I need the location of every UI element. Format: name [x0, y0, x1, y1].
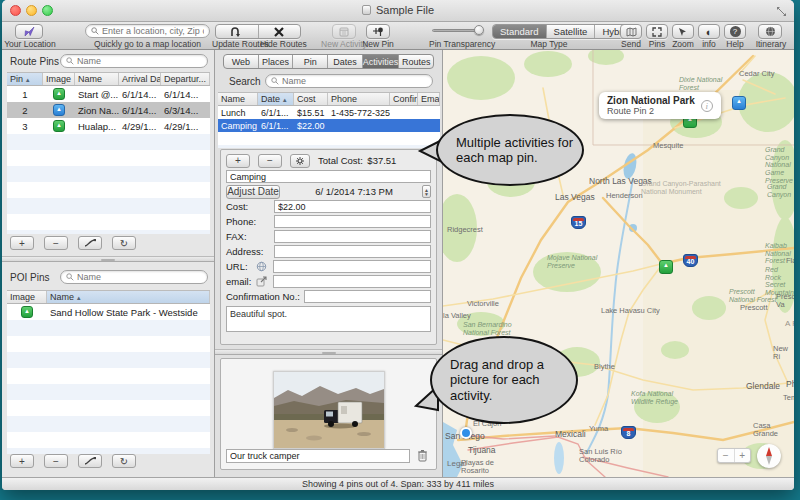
activities-search-input[interactable]	[282, 76, 427, 86]
picture-box[interactable]	[220, 358, 437, 470]
tab-pin[interactable]: Pin	[293, 55, 328, 68]
column-header-image[interactable]: Image	[43, 73, 75, 85]
new-activity-button[interactable]	[332, 24, 356, 39]
column-header-departur[interactable]: Departur...	[161, 73, 210, 85]
poi-remove-button[interactable]: −	[44, 454, 68, 468]
url-globe-icon[interactable]	[256, 261, 267, 272]
tab-dates[interactable]: Dates	[328, 55, 363, 68]
route-pins-table[interactable]: 1Start @...6/1/14...6/1/14...2Zion Na...…	[7, 86, 210, 234]
tab-routes[interactable]: Routes	[399, 55, 433, 68]
callout-subtitle: Route Pin 2	[607, 106, 695, 116]
map-type-standard[interactable]: Standard	[493, 25, 547, 38]
zoom-in-button[interactable]: +	[735, 449, 751, 462]
route-refresh-button[interactable]: ↻	[112, 236, 136, 250]
poi-pins-header[interactable]: ImageName ▲	[7, 290, 210, 304]
zoom-out-button[interactable]: −	[718, 449, 735, 462]
fullscreen-icon[interactable]	[776, 6, 787, 17]
pin-transparency-slider[interactable]	[432, 29, 480, 32]
map-pin-blue[interactable]	[732, 96, 746, 110]
email-field[interactable]	[273, 275, 431, 288]
address-field[interactable]	[274, 245, 431, 258]
itinerary-button[interactable]	[758, 24, 782, 39]
pin-callout[interactable]: Zion National Park Route Pin 2 i	[599, 92, 721, 119]
column-header-name[interactable]: Name	[218, 93, 258, 105]
map-pin-green[interactable]	[659, 260, 673, 274]
poi-pins-search[interactable]	[60, 270, 208, 284]
column-header-image[interactable]: Image	[7, 291, 47, 303]
table-row[interactable]: Lunch6/1/1...$15.511-435-772-3256	[218, 106, 440, 119]
phone-field[interactable]	[274, 215, 431, 228]
document-icon	[362, 5, 371, 15]
route-pins-header[interactable]: Pin ▲ImageNameArrival DateDepartur...	[7, 72, 210, 86]
column-header-pin[interactable]: Pin ▲	[7, 73, 43, 85]
pins-button[interactable]	[646, 24, 668, 39]
send-button[interactable]	[620, 24, 642, 39]
location-search-field[interactable]	[85, 24, 210, 38]
tab-activities[interactable]: Activities	[363, 55, 400, 68]
activity-remove-button[interactable]: −	[258, 154, 282, 168]
table-row[interactable]: 2Zion Na...6/1/14...6/3/14...	[7, 102, 210, 118]
column-header-date[interactable]: Date ▲	[258, 93, 294, 105]
poi-refresh-button[interactable]: ↻	[112, 454, 136, 468]
route-pins-search[interactable]	[60, 54, 208, 68]
table-row[interactable]: Sand Hollow State Park - Westside	[7, 304, 210, 320]
activities-search[interactable]	[265, 74, 433, 88]
help-button[interactable]: ?	[724, 24, 746, 39]
fax-field[interactable]	[274, 230, 431, 243]
map-type-satellite[interactable]: Satellite	[547, 25, 596, 38]
info-button[interactable]: ◐	[698, 24, 720, 39]
your-location-button[interactable]	[15, 24, 43, 39]
email-share-icon[interactable]	[256, 276, 267, 287]
route-pins-search-input[interactable]	[77, 56, 202, 66]
column-header-phone[interactable]: Phone	[328, 93, 390, 105]
picture-caption-field[interactable]	[226, 449, 410, 463]
tab-places[interactable]: Places	[259, 55, 294, 68]
column-header-cost[interactable]: Cost	[294, 93, 328, 105]
column-header-email[interactable]: Email	[418, 93, 440, 105]
notes-field[interactable]: Beautiful spot.	[226, 306, 431, 332]
confirmation-field[interactable]	[304, 290, 431, 303]
cost-field[interactable]	[274, 200, 431, 213]
compass[interactable]	[757, 444, 781, 468]
table-row[interactable]: 3Hualap...4/29/1...4/29/1...	[7, 118, 210, 134]
poi-curve-button[interactable]	[78, 454, 102, 468]
inspector-splitter[interactable]	[215, 349, 442, 355]
activities-table[interactable]: Lunch6/1/1...$15.511-435-772-3256Camping…	[218, 106, 440, 148]
activities-header[interactable]: NameDate ▲CostPhoneConfir...Email	[218, 92, 440, 106]
column-header-name[interactable]: Name	[75, 73, 119, 85]
map-zoom-control[interactable]: −+	[717, 448, 751, 463]
fax-label: FAX:	[226, 231, 274, 242]
title-bar[interactable]: Sample File	[2, 0, 794, 22]
activity-add-button[interactable]: +	[226, 154, 250, 168]
adjust-date-button[interactable]: Adjust Date	[226, 185, 280, 199]
poi-pins-search-input[interactable]	[77, 272, 202, 282]
url-field[interactable]	[273, 260, 431, 273]
update-routes-button[interactable]	[216, 25, 259, 38]
column-header-name[interactable]: Name ▲	[47, 291, 210, 303]
map-pin-icon	[53, 88, 65, 100]
hide-routes-button[interactable]	[259, 25, 301, 38]
zoom-button[interactable]	[672, 24, 694, 39]
poi-add-button[interactable]: +	[10, 454, 34, 468]
activity-photo[interactable]	[273, 371, 385, 449]
pin-transparency-knob[interactable]	[474, 25, 484, 35]
location-search-input[interactable]	[102, 26, 204, 36]
table-row[interactable]: Camping6/1/1...$22.00	[218, 119, 440, 132]
route-curve-button[interactable]	[78, 236, 102, 250]
column-header-arrivaldate[interactable]: Arrival Date	[119, 73, 161, 85]
route-add-button[interactable]: +	[10, 236, 34, 250]
poi-pins-table[interactable]: Sand Hollow State Park - Westside	[7, 304, 210, 454]
date-stepper[interactable]: ▲▼	[422, 185, 431, 198]
trash-icon[interactable]	[417, 449, 428, 462]
left-splitter[interactable]	[2, 256, 214, 262]
help-icon: ?	[730, 26, 741, 37]
activity-name-field[interactable]	[226, 170, 431, 183]
column-header-confir[interactable]: Confir...	[390, 93, 418, 105]
tab-web[interactable]: Web	[224, 55, 259, 68]
itinerary-label: Itinerary	[752, 39, 790, 49]
callout-info-icon[interactable]: i	[701, 100, 713, 112]
activity-action-button[interactable]	[290, 154, 310, 168]
table-row[interactable]: 1Start @...6/1/14...6/1/14...	[7, 86, 210, 102]
route-remove-button[interactable]: −	[44, 236, 68, 250]
new-pin-button[interactable]	[366, 24, 390, 39]
